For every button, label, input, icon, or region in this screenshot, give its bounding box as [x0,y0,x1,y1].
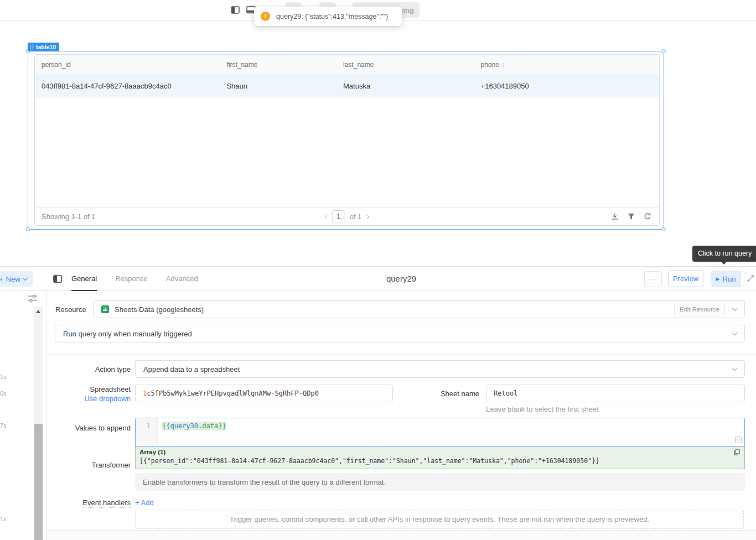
query-duration: 1s [0,516,7,522]
download-icon[interactable] [611,212,619,220]
google-sheets-icon [101,305,110,314]
cell-phone[interactable]: +16304189050 [474,82,659,90]
token-text: c5fPb5wMyk1weYrPEHpvgadlWlgnAMw [147,390,271,397]
expand-panel-icon[interactable]: ⤢ [747,273,754,283]
sort-asc-icon[interactable]: ↑ [502,61,505,69]
tooltip-text: Click to run query [698,250,752,257]
query-title: query29 [332,274,470,283]
token-operator: - [271,390,275,397]
cell-last-name[interactable]: Matuska [336,82,474,90]
resize-handle[interactable] [662,49,666,53]
query-list-sidebar: 1s 6s 7s 1s [0,291,47,540]
next-page-button[interactable]: › [366,211,369,221]
transformer-note: Enable transformers to transform the res… [135,473,745,491]
table-footer: Showing 1-1 of 1 ‹ 1 of 1 › [35,207,659,225]
query-duration: 6s [0,390,7,397]
copy-icon[interactable] [734,449,740,455]
table-row[interactable]: 043ff981-8a14-47cf-9627-8aaacb9c4ac0 Sha… [35,75,659,97]
pagination: ‹ 1 of 1 › [324,210,369,222]
chevron-down-icon [732,366,738,371]
line-number-gutter: 1 [136,418,158,446]
resource-select[interactable]: Sheets Data (googlesheets) Edit Resource [93,300,745,318]
chevron-down-icon [732,306,738,311]
table-component[interactable]: person_id first_name last_name phone↑ 04… [34,54,660,226]
resource-label: Resource [55,305,86,314]
new-query-button[interactable]: + New [0,271,33,287]
tooltip: Click to run query [692,246,756,262]
preview-button[interactable]: Preview [668,271,703,287]
use-dropdown-link[interactable]: Use dropdown [47,394,131,403]
action-type-label: Action type [47,365,131,373]
chevron-down-icon [732,330,738,336]
resource-value: Sheets Data (googlesheets) [115,305,204,314]
page-input[interactable]: 1 [333,210,345,222]
cell-first-name[interactable]: Shaun [220,82,336,90]
query-editor-header: + New General Response Advanced query29 … [0,266,756,291]
spreadsheet-id-input[interactable]: 1c5fPb5wMyk1weYrPEHpvgadlWlgnAMw-SgRhFP-… [135,385,393,402]
section-divider [47,354,756,355]
tab-advanced[interactable]: Advanced [166,267,198,291]
page-total-label: of 1 [350,212,362,221]
column-header-person-id[interactable]: person_id [35,61,220,69]
toast-message: query29: {"status":413,"message":""} [276,13,388,20]
scrollbar[interactable] [34,307,43,540]
token-text: QDp0 [303,390,319,397]
chevron-down-icon [22,276,28,281]
scrollbar-thumb[interactable] [34,424,43,540]
trigger-mode-select[interactable]: Run query only when manually triggered [55,325,745,342]
event-handlers-label-text: Event handlers [82,499,131,508]
column-header-label: last_name [343,61,374,69]
values-code-editor[interactable]: 1 {{query30.data}} ⏎ [135,418,745,446]
column-header-first-name[interactable]: first_name [220,61,336,69]
edit-resource-button[interactable]: Edit Resource [674,304,725,315]
preview-type-label: Array (1) [139,449,165,455]
token-property: data [202,422,218,430]
resize-handle[interactable] [662,227,666,231]
token-object: query30 [170,422,198,430]
run-button[interactable]: ▶ Run [711,271,741,287]
query-editor-form: Resource Sheets Data (googlesheets) Edit… [47,291,756,540]
transformer-label: Transformer [47,461,131,469]
add-event-handler-link[interactable]: + Add [135,499,154,507]
table-header-row: person_id first_name last_name phone↑ [35,55,659,75]
prev-page-button[interactable]: ‹ [324,211,327,221]
token-number: 1 [143,390,147,397]
line-number: 1 [147,422,151,430]
token-brace: {{ [162,422,170,430]
column-header-label: person_id [42,61,71,69]
more-options-button[interactable]: ··· [644,271,662,287]
refresh-icon[interactable] [644,212,651,220]
event-handlers-placeholder: Trigger queries, control components, or … [135,510,744,529]
action-type-select[interactable]: Append data to a spreadsheet [135,360,745,378]
spreadsheet-label: Spreadsheet [47,385,131,393]
tab-general[interactable]: General [71,267,97,291]
query-duration: 7s [0,422,7,429]
new-query-label: New [6,275,20,283]
toggle-query-list-icon[interactable] [53,274,62,285]
retool-query-editor: { "icons": { "warning_glyph": "!", "sort… [0,0,756,540]
code-line[interactable]: {{query30.data}} [158,418,226,446]
component-name: table10 [36,44,56,50]
open-editor-icon[interactable]: ⏎ [735,437,742,443]
cell-person-id[interactable]: 043ff981-8a14-47cf-9627-8aaacb9c4ac0 [35,82,220,90]
token-text: SgRhFP [275,390,298,397]
filter-icon[interactable] [628,213,635,220]
trigger-mode-value: Run query only when manually triggered [63,330,192,338]
resize-handle[interactable] [26,227,30,231]
column-header-label: phone [481,61,499,69]
toggle-left-panel-icon[interactable] [231,6,240,17]
event-handlers-label: Event handlers [47,499,131,507]
query-duration: 1s [0,373,7,380]
token-brace: }} [218,422,226,430]
toast-notification[interactable]: ! query29: {"status":413,"message":""} [254,7,402,26]
column-header-last-name[interactable]: last_name [336,61,474,69]
component-label-badge[interactable]: table10 [28,43,59,51]
sheet-name-input[interactable]: Retool [486,385,745,402]
tab-response[interactable]: Response [115,267,148,291]
values-to-append-label: Values to append [47,424,131,432]
action-type-value: Append data to a spreadsheet [143,365,240,373]
transformer-label-text: Transformer [92,461,131,470]
column-header-phone[interactable]: phone↑ [474,61,659,69]
filter-queries-icon[interactable] [28,294,38,305]
scroll-up-arrow[interactable] [36,310,40,313]
